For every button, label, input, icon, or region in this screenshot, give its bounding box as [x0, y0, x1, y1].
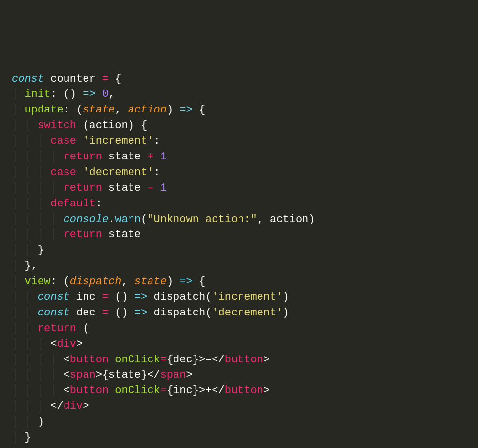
- parameter: state: [83, 104, 115, 116]
- code-line: │ │ │ │ return state + 1: [12, 151, 167, 163]
- property-key: update: [24, 104, 63, 116]
- indent-guide: │: [12, 369, 18, 381]
- operator-equals: =: [102, 73, 109, 85]
- identifier: action: [89, 119, 128, 132]
- angle-bracket-close: >: [186, 369, 192, 381]
- brace-open: {: [167, 354, 173, 366]
- code-line: │ │ ): [12, 416, 44, 428]
- jsx-tag-div: div: [57, 338, 76, 350]
- code-line: │ │ │ │ <button onClick={dec}>–</button>: [12, 354, 270, 366]
- slash: /: [153, 369, 160, 381]
- code-line: │ init: () => 0,: [12, 88, 115, 100]
- brace-close: }: [24, 260, 31, 272]
- brace-open: {: [141, 119, 147, 132]
- angle-bracket-open: <: [64, 384, 70, 397]
- code-line: │ │ │ │ console.warn("Unknown action:", …: [12, 213, 315, 225]
- jsx-tag-button: button: [225, 354, 263, 366]
- keyword-const: const: [12, 73, 44, 85]
- colon: :: [153, 135, 160, 147]
- code-line: │ }: [12, 431, 31, 444]
- angle-bracket-close: >: [199, 354, 205, 366]
- indent-guide: │: [24, 291, 31, 303]
- string-literal: 'decrement': [212, 307, 282, 319]
- comma: ,: [257, 213, 263, 225]
- jsx-text: +: [205, 384, 212, 397]
- indent-guide: │: [24, 166, 31, 179]
- code-line: │ │ │ │ <button onClick={inc}>+</button>: [12, 384, 270, 397]
- paren-open: (: [83, 322, 89, 335]
- keyword-switch: switch: [38, 119, 76, 132]
- property-key: init: [24, 88, 50, 100]
- indent-guide: │: [24, 338, 31, 350]
- identifier: inc: [173, 384, 193, 397]
- indent-guide: │: [50, 228, 57, 241]
- indent-guide: │: [12, 104, 18, 116]
- paren-close: ): [283, 291, 289, 303]
- indent-guide: │: [12, 228, 18, 241]
- colon: :: [64, 104, 70, 116]
- keyword-return: return: [64, 151, 102, 163]
- string-literal: "Unknown action:": [147, 213, 257, 225]
- arrow-icon: =>: [134, 291, 147, 303]
- code-line: │ view: (dispatch, state) => {: [12, 275, 205, 288]
- operator-equals: =: [160, 354, 167, 366]
- brace-close: }: [193, 384, 199, 397]
- jsx-attr-onclick: onClick: [115, 384, 160, 397]
- angle-bracket-close: >: [96, 369, 102, 381]
- comma: ,: [109, 88, 115, 100]
- indent-guide: │: [24, 228, 31, 241]
- indent-guide: │: [50, 354, 57, 366]
- indent-guide: │: [24, 244, 31, 256]
- indent-guide: │: [24, 416, 31, 428]
- indent-guide: │: [38, 151, 44, 163]
- code-line: │ │ │ │ <span>{state}</span>: [12, 369, 193, 381]
- identifier: action: [270, 213, 308, 225]
- angle-bracket-close: >: [83, 400, 89, 412]
- dot: .: [109, 213, 115, 225]
- code-line: │ │ │ <div>: [12, 338, 83, 350]
- keyword-case: case: [50, 166, 76, 179]
- operator-plus: +: [147, 151, 153, 163]
- indent-guide: │: [12, 260, 18, 272]
- keyword-return: return: [38, 322, 76, 335]
- keyword-return: return: [64, 182, 102, 194]
- angle-bracket-close: >: [263, 384, 270, 397]
- colon: :: [50, 88, 57, 100]
- number-literal: 1: [160, 151, 167, 163]
- jsx-tag-button: button: [70, 354, 109, 366]
- comma: ,: [115, 104, 121, 116]
- operator-equals: =: [102, 291, 109, 303]
- code-line: │ │ │ default:: [12, 198, 102, 210]
- indent-guide: │: [38, 338, 44, 350]
- number-literal: 0: [102, 88, 109, 100]
- method-warn: warn: [115, 213, 141, 225]
- code-line: │ │ │ │ return state – 1: [12, 182, 167, 194]
- identifier-console: console: [64, 213, 109, 225]
- indent-guide: │: [50, 369, 57, 381]
- string-literal: 'decrement': [83, 166, 153, 179]
- indent-guide: │: [24, 354, 31, 366]
- indent-guide: │: [50, 384, 57, 397]
- jsx-text: –: [205, 354, 212, 366]
- operator-equals: =: [102, 307, 109, 319]
- indent-guide: │: [24, 135, 31, 147]
- jsx-attr-onclick: onClick: [115, 354, 160, 366]
- angle-bracket-open: <: [212, 384, 218, 397]
- code-editor-content: const counter = { │ init: () => 0, │ upd…: [12, 71, 466, 448]
- keyword-default: default: [50, 198, 95, 210]
- operator-minus: –: [147, 182, 153, 194]
- arrow-icon: =>: [83, 88, 95, 100]
- angle-bracket-open: <: [212, 354, 218, 366]
- indent-guide: │: [38, 198, 44, 210]
- paren-open: (: [141, 213, 147, 225]
- identifier: state: [109, 228, 141, 241]
- angle-bracket-open: <: [64, 354, 70, 366]
- identifier: dispatch: [153, 291, 205, 303]
- arrow-icon: =>: [179, 104, 192, 116]
- property-key: view: [24, 275, 50, 288]
- paren-close: ): [38, 416, 44, 428]
- identifier: state: [109, 151, 141, 163]
- number-literal: 1: [160, 182, 167, 194]
- identifier: counter: [50, 73, 95, 85]
- paren-close: ): [128, 119, 134, 132]
